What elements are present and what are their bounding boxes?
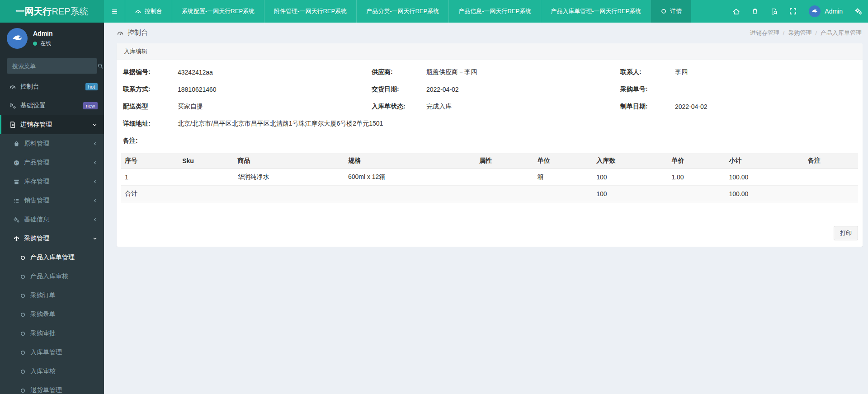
breadcrumb-inventory-mgmt[interactable]: 进销存管理 — [750, 29, 779, 37]
user-menu[interactable]: Admin — [802, 0, 849, 23]
sidebar-item-stock-mgmt[interactable]: 库存管理 — [0, 172, 104, 191]
search-icon — [97, 63, 104, 69]
sidebar-item-purchase-mgmt[interactable]: 采购管理 — [0, 229, 104, 248]
sidebar-submenu-inventory: 原料管理 产品管理 库存管理 销售管理 — [0, 134, 104, 394]
sidebar-item-inbound-order-mgmt[interactable]: 入库单管理 — [0, 343, 104, 362]
cell-spec: 600ml x 12箱 — [344, 169, 476, 186]
user-avatar — [809, 5, 821, 17]
clear-cache-icon — [770, 8, 778, 15]
cell-sku — [179, 169, 234, 186]
content-header: 控制台 进销存管理 / 采购管理 / 产品入库单管理 — [104, 23, 868, 40]
fullscreen-icon — [789, 8, 797, 15]
cell-inbound-qty: 100 — [593, 169, 668, 186]
online-dot — [33, 42, 37, 46]
col-header-subtotal: 小计 — [726, 153, 804, 169]
sidebar-item-purchase-order[interactable]: 采购订单 — [0, 286, 104, 305]
brand-logo[interactable]: 一网天行REP系统 — [0, 0, 104, 23]
field-value-contact-person: 李四 — [675, 68, 688, 76]
col-header-unit-price: 单价 — [668, 153, 725, 169]
sidebar-submenu-purchase: 产品入库单管理 产品入库审核 采购订单 采购录单 采购审批 入库单管理 入库审核… — [0, 248, 104, 394]
total-cell — [804, 186, 858, 202]
p-circle-icon — [13, 159, 20, 166]
chevron-down-icon — [92, 122, 98, 128]
breadcrumb: 进销存管理 / 采购管理 / 产品入库单管理 — [750, 29, 862, 37]
sidebar-item-purchase-entry[interactable]: 采购录单 — [0, 305, 104, 324]
menu-search-input[interactable] — [7, 63, 97, 70]
home-button[interactable] — [726, 0, 745, 23]
sidebar-item-purchase-approval[interactable]: 采购审批 — [0, 324, 104, 343]
sidebar-item-product-mgmt[interactable]: 产品管理 — [0, 153, 104, 172]
menu-search-button[interactable] — [97, 63, 104, 69]
form-row: 联系方式:18810621460 交货日期:2022-04-02 采购单号: — [117, 81, 863, 98]
form-row: 单据编号:43242412aa 供应商:瓶盖供应商－李四 联系人:李四 — [117, 64, 863, 81]
sidebar-item-return-order-mgmt[interactable]: 退货单管理 — [0, 381, 104, 394]
cell-index: 1 — [121, 169, 179, 186]
tab-product-inbound-mgmt[interactable]: 产品入库单管理-一网天行REP系统 — [541, 0, 651, 23]
settings-button[interactable] — [849, 0, 868, 23]
sidebar-item-inventory-mgmt[interactable]: 进销存管理 — [0, 115, 104, 134]
tab-label: 产品分类-一网天行REP系统 — [366, 7, 439, 15]
tab-attachment-mgmt[interactable]: 附件管理-一网天行REP系统 — [264, 0, 356, 23]
trash-icon — [751, 8, 759, 15]
tab-product-category[interactable]: 产品分类-一网天行REP系统 — [356, 0, 448, 23]
fullscreen-button[interactable] — [783, 0, 802, 23]
sidebar-item-sales-mgmt[interactable]: 销售管理 — [0, 191, 104, 210]
field-value-address: 北京/北京市/昌平区北京市昌平区北清路1号珠江摩尔大厦6号楼2单元1501 — [178, 120, 383, 128]
total-cell — [668, 186, 725, 202]
col-header-sku: Sku — [179, 153, 234, 169]
field-label-contact-person: 联系人: — [614, 68, 675, 76]
field-label-purchase-no: 采购单号: — [614, 85, 675, 94]
tab-product-info[interactable]: 产品信息-一网天行REP系统 — [448, 0, 541, 23]
clear-cache-button[interactable] — [764, 0, 783, 23]
tab-label: 产品信息-一网天行REP系统 — [458, 7, 531, 15]
sidebar-item-basic-info[interactable]: 基础信息 — [0, 210, 104, 229]
breadcrumb-purchase-mgmt[interactable]: 采购管理 — [788, 29, 811, 37]
col-header-spec: 规格 — [344, 153, 476, 169]
main-content: 控制台 进销存管理 / 采购管理 / 产品入库单管理 入库编辑 单据编号:432… — [104, 23, 868, 394]
cell-subtotal: 100.00 — [726, 169, 804, 186]
menu-label: 产品管理 — [24, 159, 92, 167]
field-value-delivery-date: 2022-04-02 — [426, 86, 459, 93]
items-table: 序号 Sku 商品 规格 属性 单位 入库数 单价 小计 备注 — [121, 153, 858, 202]
breadcrumb-separator: / — [783, 29, 785, 36]
field-value-order-no: 43242412aa — [178, 69, 213, 76]
sidebar-item-product-inbound-order-mgmt[interactable]: 产品入库单管理 — [0, 248, 104, 267]
total-inbound-qty: 100 — [593, 186, 668, 202]
sidebar-item-console[interactable]: 控制台 hot — [0, 77, 104, 96]
tab-console[interactable]: 控制台 — [125, 0, 172, 23]
tab-system-config[interactable]: 系统配置-一网天行REP系统 — [172, 0, 264, 23]
col-header-product: 商品 — [234, 153, 344, 169]
sidebar-user-name: Admin — [33, 30, 53, 37]
panel-footer: 打印 — [117, 202, 863, 247]
table-header-row: 序号 Sku 商品 规格 属性 单位 入库数 单价 小计 备注 — [121, 153, 858, 169]
menu-label: 入库审核 — [30, 367, 56, 375]
sidebar-item-inbound-audit[interactable]: 入库审核 — [0, 362, 104, 381]
breadcrumb-product-inbound-mgmt[interactable]: 产品入库单管理 — [821, 29, 862, 37]
tab-detail-active[interactable]: 详情 — [651, 0, 691, 23]
logo-bird-icon — [9, 31, 25, 46]
form-row: 配送类型买家自提 入库单状态:完成入库 制单日期:2022-04-02 — [117, 98, 863, 115]
home-icon — [732, 8, 740, 15]
cell-note — [804, 169, 858, 186]
menu-label: 入库单管理 — [30, 348, 62, 356]
circle-o-icon — [20, 274, 26, 280]
cell-unit-price: 1.00 — [668, 169, 725, 186]
tab-label: 详情 — [670, 7, 682, 15]
sidebar-item-product-inbound-audit[interactable]: 产品入库审核 — [0, 267, 104, 286]
trash-button[interactable] — [745, 0, 764, 23]
menu-label: 产品入库单管理 — [30, 253, 75, 262]
chevron-down-icon — [92, 236, 98, 241]
col-header-index: 序号 — [121, 153, 179, 169]
chevron-left-icon — [92, 217, 98, 222]
menu-label: 销售管理 — [24, 197, 92, 205]
print-button[interactable]: 打印 — [834, 226, 858, 240]
total-label: 合计 — [121, 186, 179, 202]
sidebar-item-basic-settings[interactable]: 基础设置 new — [0, 96, 104, 115]
field-label-inbound-status: 入库单状态: — [365, 103, 426, 111]
sidebar-toggle-button[interactable] — [104, 0, 125, 23]
tab-label: 产品入库单管理-一网天行REP系统 — [551, 7, 641, 15]
col-header-note: 备注 — [804, 153, 858, 169]
circle-o-icon — [20, 388, 26, 394]
sidebar-item-raw-material-mgmt[interactable]: 原料管理 — [0, 134, 104, 153]
menu-label: 基础信息 — [24, 216, 92, 224]
